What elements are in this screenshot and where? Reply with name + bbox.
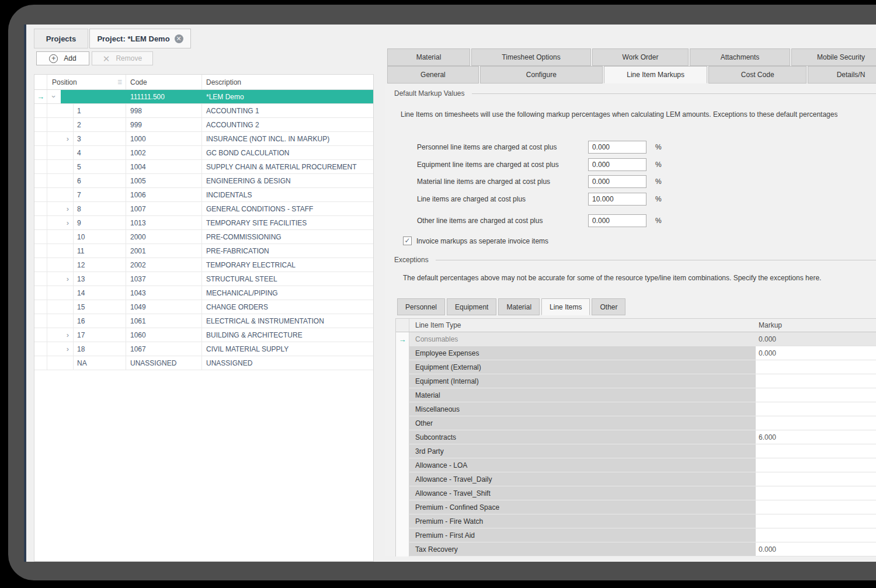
exception-row[interactable]: Other xyxy=(396,416,876,430)
tab-material[interactable]: Material xyxy=(387,48,470,66)
markup-header-label: Markup xyxy=(759,321,782,329)
row-indicator xyxy=(34,342,47,356)
tab-project-lem-demo[interactable]: Project: *LEM Demo ✕ xyxy=(89,29,191,48)
tab-projects[interactable]: Projects xyxy=(34,29,88,48)
exception-tab-line-items[interactable]: Line Items xyxy=(541,298,590,315)
tree-row[interactable]: 41002GC BOND CALCULATION xyxy=(34,146,373,160)
markup-cell[interactable] xyxy=(756,528,876,542)
markup-cell[interactable]: 0.000 xyxy=(756,542,876,556)
tree-row[interactable]: 61005ENGINEERING & DESIGN xyxy=(34,174,373,188)
markup-cell[interactable] xyxy=(756,458,876,472)
tab-configure[interactable]: Configure xyxy=(480,66,603,83)
exception-tab-material[interactable]: Material xyxy=(498,298,540,315)
exception-tab-personnel[interactable]: Personnel xyxy=(397,298,445,315)
tab-attachments[interactable]: Attachments xyxy=(690,48,790,66)
tree-row[interactable]: ›91013TEMPORARY SITE FACILITIES xyxy=(34,216,373,230)
exception-row[interactable]: 3rd Party xyxy=(396,444,876,458)
tree-row[interactable]: 161061ELECTRICAL & INSTRUMENTATION xyxy=(34,314,373,328)
line-item-type-column-header[interactable]: Line Item Type xyxy=(409,319,756,332)
markup-cell[interactable] xyxy=(756,416,876,430)
line-item-type-cell: Premium - First Aid xyxy=(409,528,756,542)
tree-row[interactable]: 151049CHANGE ORDERS xyxy=(34,300,373,314)
exception-row[interactable]: Equipment (External) xyxy=(396,360,876,374)
tree-row[interactable]: 51004SUPPLY CHAIN & MATERIAL PROCUREMENT xyxy=(34,160,373,174)
markup-cell[interactable]: 6.000 xyxy=(756,430,876,444)
line-item-type-cell: Premium - Fire Watch xyxy=(409,514,756,528)
invoice-markups-checkbox-row[interactable]: ✓ Invoice markups as seperate invoice it… xyxy=(403,236,548,245)
exception-row[interactable]: Allowance - LOA xyxy=(396,458,876,472)
tab-line-item-markups[interactable]: Line Item Markups xyxy=(604,66,708,83)
exception-tab-equipment[interactable]: Equipment xyxy=(447,298,496,315)
tree-row[interactable]: 102000PRE-COMMISSIONING xyxy=(34,230,373,244)
exception-row[interactable]: Tax Recovery0.000 xyxy=(396,542,876,556)
tree-row[interactable]: ›81007GENERAL CONDITIONS - STAFF xyxy=(34,202,373,216)
tree-row[interactable]: 112001PRE-FABRICATION xyxy=(34,244,373,258)
tree-row[interactable]: ›131037STRUCTURAL STEEL xyxy=(34,272,373,286)
tab-timesheet-options[interactable]: Timesheet Options xyxy=(471,48,591,66)
tab-general[interactable]: General xyxy=(387,66,479,83)
tab-work-order[interactable]: Work Order xyxy=(592,48,689,66)
expander-icon[interactable]: › xyxy=(67,275,69,283)
markup-cell[interactable]: 0.000 xyxy=(756,332,876,346)
expander-icon[interactable]: › xyxy=(67,345,69,353)
tab-mobile-security[interactable]: Mobile Security xyxy=(791,48,876,66)
collapse-toggle[interactable]: › xyxy=(47,90,61,103)
tree-row[interactable]: 141043MECHANICAL/PIPING xyxy=(34,286,373,300)
exception-row[interactable]: Employee Expenses0.000 xyxy=(396,346,876,360)
code-column-header[interactable]: Code xyxy=(126,75,202,89)
close-icon[interactable]: ✕ xyxy=(175,34,183,43)
exception-row[interactable]: Miscellaneous xyxy=(396,402,876,416)
tree-root-row[interactable]: →›111111.500*LEM Demo xyxy=(34,90,373,104)
exception-row[interactable]: Equipment (Internal) xyxy=(396,374,876,388)
markup-cell[interactable] xyxy=(756,514,876,528)
tree-row[interactable]: 71006INCIDENTALS xyxy=(34,188,373,202)
markup-cell[interactable] xyxy=(756,444,876,458)
group-rule xyxy=(472,93,876,94)
markup-cell[interactable] xyxy=(756,374,876,388)
markup-column-header[interactable]: Markup xyxy=(756,319,876,332)
exception-row[interactable]: →Consumables0.000 xyxy=(396,332,876,346)
exception-row-indicator: → xyxy=(396,332,409,346)
markup-input[interactable] xyxy=(588,175,646,188)
markup-cell[interactable] xyxy=(756,388,876,402)
expander-icon[interactable]: › xyxy=(67,331,69,339)
exception-row[interactable]: Allowance - Travel_Shift xyxy=(396,486,876,500)
markup-cell[interactable] xyxy=(756,402,876,416)
line-item-markups-page: Default Markup Values Line Items on time… xyxy=(385,83,876,556)
exception-row[interactable]: Material xyxy=(396,388,876,402)
markup-input[interactable] xyxy=(588,214,646,227)
markup-cell[interactable] xyxy=(756,360,876,374)
tree-row[interactable]: ›31000INSURANCE (NOT INCL. IN MARKUP) xyxy=(34,132,373,146)
markup-cell[interactable] xyxy=(756,486,876,500)
code-cell: 2001 xyxy=(126,244,202,258)
tree-row[interactable]: ›181067CIVIL MATERIAL SUPPLY xyxy=(34,342,373,356)
markup-input[interactable] xyxy=(588,141,646,154)
position-column-header[interactable]: Position ☰ xyxy=(47,75,126,89)
markup-input[interactable] xyxy=(588,158,646,171)
markup-cell[interactable] xyxy=(756,500,876,514)
remove-button[interactable]: ✕ Remove xyxy=(92,51,153,65)
row-indicator xyxy=(34,272,47,286)
tree-row[interactable]: 1998ACCOUNTING 1 xyxy=(34,104,373,118)
checkbox-icon[interactable]: ✓ xyxy=(403,236,412,245)
tree-row[interactable]: 2999ACCOUNTING 2 xyxy=(34,118,373,132)
tree-row[interactable]: 122002TEMPORARY ELECTRICAL xyxy=(34,258,373,272)
tab-details-n[interactable]: Details/N xyxy=(808,66,876,83)
exception-row[interactable]: Premium - First Aid xyxy=(396,528,876,542)
markup-cell[interactable]: 0.000 xyxy=(756,346,876,360)
expander-icon[interactable]: › xyxy=(67,205,69,213)
tree-row[interactable]: NAUNASSIGNEDUNASSIGNED xyxy=(34,356,373,370)
tree-row[interactable]: ›171060BUILDING & ARCHITECTURE xyxy=(34,328,373,342)
exception-row[interactable]: Premium - Fire Watch xyxy=(396,514,876,528)
tab-cost-code[interactable]: Cost Code xyxy=(708,66,807,83)
markup-cell[interactable] xyxy=(756,472,876,486)
exception-row[interactable]: Premium - Confined Space xyxy=(396,500,876,514)
description-column-header[interactable]: Description xyxy=(202,75,373,89)
expander-icon[interactable]: › xyxy=(67,135,69,142)
exception-row[interactable]: Allowance - Travel_Daily xyxy=(396,472,876,486)
exception-row[interactable]: Subcontracts6.000 xyxy=(396,430,876,444)
exception-tab-other[interactable]: Other xyxy=(592,298,625,315)
expander-icon[interactable]: › xyxy=(67,219,69,227)
add-button[interactable]: + Add xyxy=(36,51,89,65)
markup-input[interactable] xyxy=(588,193,646,206)
